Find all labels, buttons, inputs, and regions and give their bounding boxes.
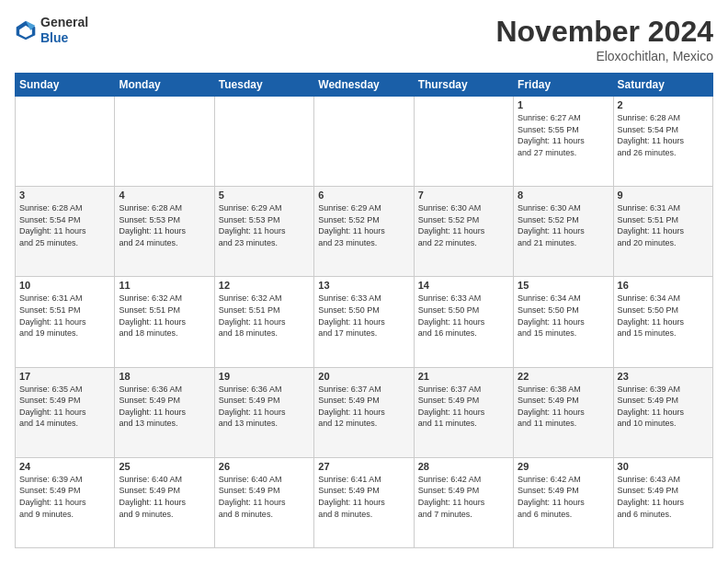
calendar-cell: 27Sunrise: 6:41 AM Sunset: 5:49 PM Dayli…: [314, 457, 414, 547]
day-number: 25: [119, 461, 210, 472]
day-number: 11: [119, 280, 210, 291]
calendar-cell: 23Sunrise: 6:39 AM Sunset: 5:49 PM Dayli…: [613, 367, 712, 457]
day-info: Sunrise: 6:39 AM Sunset: 5:49 PM Dayligh…: [19, 474, 110, 520]
calendar-cell: 20Sunrise: 6:37 AM Sunset: 5:49 PM Dayli…: [314, 367, 414, 457]
logo-blue: Blue: [40, 30, 68, 45]
weekday-header-tuesday: Tuesday: [214, 74, 313, 97]
day-info: Sunrise: 6:36 AM Sunset: 5:49 PM Dayligh…: [219, 384, 310, 430]
day-number: 13: [318, 280, 409, 291]
logo-text: General Blue: [40, 15, 88, 46]
day-number: 12: [219, 280, 310, 291]
day-info: Sunrise: 6:31 AM Sunset: 5:51 PM Dayligh…: [19, 293, 110, 339]
day-number: 8: [518, 190, 609, 201]
day-info: Sunrise: 6:29 AM Sunset: 5:52 PM Dayligh…: [318, 202, 409, 248]
day-number: 7: [418, 190, 509, 201]
day-info: Sunrise: 6:40 AM Sunset: 5:49 PM Dayligh…: [219, 474, 310, 520]
day-number: 2: [618, 99, 709, 110]
day-number: 21: [418, 371, 509, 382]
calendar-cell: 4Sunrise: 6:28 AM Sunset: 5:53 PM Daylig…: [115, 187, 214, 277]
header: General Blue November 2024 Eloxochitlan,…: [15, 15, 713, 63]
day-number: 27: [318, 461, 409, 472]
day-info: Sunrise: 6:27 AM Sunset: 5:55 PM Dayligh…: [518, 112, 609, 158]
location: Eloxochitlan, Mexico: [495, 49, 713, 63]
day-info: Sunrise: 6:43 AM Sunset: 5:49 PM Dayligh…: [618, 474, 709, 520]
calendar-cell: 11Sunrise: 6:32 AM Sunset: 5:51 PM Dayli…: [115, 277, 214, 367]
day-info: Sunrise: 6:31 AM Sunset: 5:51 PM Dayligh…: [618, 202, 709, 248]
weekday-header-thursday: Thursday: [414, 74, 513, 97]
day-info: Sunrise: 6:33 AM Sunset: 5:50 PM Dayligh…: [418, 293, 509, 339]
day-info: Sunrise: 6:42 AM Sunset: 5:49 PM Dayligh…: [418, 474, 509, 520]
day-info: Sunrise: 6:34 AM Sunset: 5:50 PM Dayligh…: [618, 293, 709, 339]
day-number: 24: [19, 461, 110, 472]
calendar-cell: 25Sunrise: 6:40 AM Sunset: 5:49 PM Dayli…: [115, 457, 214, 547]
calendar-cell: 29Sunrise: 6:42 AM Sunset: 5:49 PM Dayli…: [514, 457, 613, 547]
day-info: Sunrise: 6:32 AM Sunset: 5:51 PM Dayligh…: [119, 293, 210, 339]
calendar-cell: 26Sunrise: 6:40 AM Sunset: 5:49 PM Dayli…: [214, 457, 313, 547]
day-info: Sunrise: 6:28 AM Sunset: 5:54 PM Dayligh…: [19, 202, 110, 248]
day-number: 17: [19, 371, 110, 382]
calendar-cell: 7Sunrise: 6:30 AM Sunset: 5:52 PM Daylig…: [414, 187, 513, 277]
calendar-cell: 18Sunrise: 6:36 AM Sunset: 5:49 PM Dayli…: [115, 367, 214, 457]
day-number: 4: [119, 190, 210, 201]
day-info: Sunrise: 6:37 AM Sunset: 5:49 PM Dayligh…: [318, 384, 409, 430]
day-info: Sunrise: 6:35 AM Sunset: 5:49 PM Dayligh…: [19, 384, 110, 430]
calendar-cell: 3Sunrise: 6:28 AM Sunset: 5:54 PM Daylig…: [16, 187, 115, 277]
day-number: 15: [518, 280, 609, 291]
calendar-cell: 22Sunrise: 6:38 AM Sunset: 5:49 PM Dayli…: [514, 367, 613, 457]
day-number: 18: [119, 371, 210, 382]
calendar-cell: 9Sunrise: 6:31 AM Sunset: 5:51 PM Daylig…: [613, 187, 712, 277]
calendar-cell: 15Sunrise: 6:34 AM Sunset: 5:50 PM Dayli…: [514, 277, 613, 367]
day-info: Sunrise: 6:42 AM Sunset: 5:49 PM Dayligh…: [518, 474, 609, 520]
calendar-cell: 5Sunrise: 6:29 AM Sunset: 5:53 PM Daylig…: [214, 187, 313, 277]
weekday-header-sunday: Sunday: [16, 74, 115, 97]
day-info: Sunrise: 6:36 AM Sunset: 5:49 PM Dayligh…: [119, 384, 210, 430]
day-info: Sunrise: 6:29 AM Sunset: 5:53 PM Dayligh…: [219, 202, 310, 248]
day-number: 6: [318, 190, 409, 201]
day-info: Sunrise: 6:39 AM Sunset: 5:49 PM Dayligh…: [618, 384, 709, 430]
logo-general: General: [40, 15, 88, 29]
calendar-cell: 21Sunrise: 6:37 AM Sunset: 5:49 PM Dayli…: [414, 367, 513, 457]
title-block: November 2024 Eloxochitlan, Mexico: [495, 15, 713, 63]
day-info: Sunrise: 6:28 AM Sunset: 5:54 PM Dayligh…: [618, 112, 709, 158]
calendar-cell: 28Sunrise: 6:42 AM Sunset: 5:49 PM Dayli…: [414, 457, 513, 547]
day-info: Sunrise: 6:37 AM Sunset: 5:49 PM Dayligh…: [418, 384, 509, 430]
day-info: Sunrise: 6:40 AM Sunset: 5:49 PM Dayligh…: [119, 474, 210, 520]
calendar-cell: 1Sunrise: 6:27 AM Sunset: 5:55 PM Daylig…: [514, 97, 613, 187]
calendar-cell: 19Sunrise: 6:36 AM Sunset: 5:49 PM Dayli…: [214, 367, 313, 457]
calendar-cell: 8Sunrise: 6:30 AM Sunset: 5:52 PM Daylig…: [514, 187, 613, 277]
day-number: 28: [418, 461, 509, 472]
day-info: Sunrise: 6:41 AM Sunset: 5:49 PM Dayligh…: [318, 474, 409, 520]
calendar-cell: 12Sunrise: 6:32 AM Sunset: 5:51 PM Dayli…: [214, 277, 313, 367]
day-info: Sunrise: 6:30 AM Sunset: 5:52 PM Dayligh…: [518, 202, 609, 248]
calendar-table: SundayMondayTuesdayWednesdayThursdayFrid…: [15, 73, 713, 548]
day-info: Sunrise: 6:28 AM Sunset: 5:53 PM Dayligh…: [119, 202, 210, 248]
calendar-cell: [414, 97, 513, 187]
day-number: 19: [219, 371, 310, 382]
calendar-cell: [214, 97, 313, 187]
calendar-cell: 14Sunrise: 6:33 AM Sunset: 5:50 PM Dayli…: [414, 277, 513, 367]
weekday-header-saturday: Saturday: [613, 74, 712, 97]
day-number: 5: [219, 190, 310, 201]
day-number: 29: [518, 461, 609, 472]
day-number: 20: [318, 371, 409, 382]
day-info: Sunrise: 6:34 AM Sunset: 5:50 PM Dayligh…: [518, 293, 609, 339]
page: General Blue November 2024 Eloxochitlan,…: [0, 0, 728, 563]
day-number: 30: [618, 461, 709, 472]
day-number: 1: [518, 99, 609, 110]
day-number: 3: [19, 190, 110, 201]
calendar-cell: 30Sunrise: 6:43 AM Sunset: 5:49 PM Dayli…: [613, 457, 712, 547]
calendar-cell: 10Sunrise: 6:31 AM Sunset: 5:51 PM Dayli…: [16, 277, 115, 367]
calendar-cell: [314, 97, 414, 187]
day-info: Sunrise: 6:32 AM Sunset: 5:51 PM Dayligh…: [219, 293, 310, 339]
month-title: November 2024: [495, 15, 713, 49]
day-number: 10: [19, 280, 110, 291]
logo-icon: [15, 19, 37, 41]
weekday-header-monday: Monday: [115, 74, 214, 97]
day-number: 26: [219, 461, 310, 472]
calendar-cell: 24Sunrise: 6:39 AM Sunset: 5:49 PM Dayli…: [16, 457, 115, 547]
calendar-cell: 13Sunrise: 6:33 AM Sunset: 5:50 PM Dayli…: [314, 277, 414, 367]
calendar-cell: 2Sunrise: 6:28 AM Sunset: 5:54 PM Daylig…: [613, 97, 712, 187]
day-number: 9: [618, 190, 709, 201]
day-number: 14: [418, 280, 509, 291]
weekday-header-wednesday: Wednesday: [314, 74, 414, 97]
